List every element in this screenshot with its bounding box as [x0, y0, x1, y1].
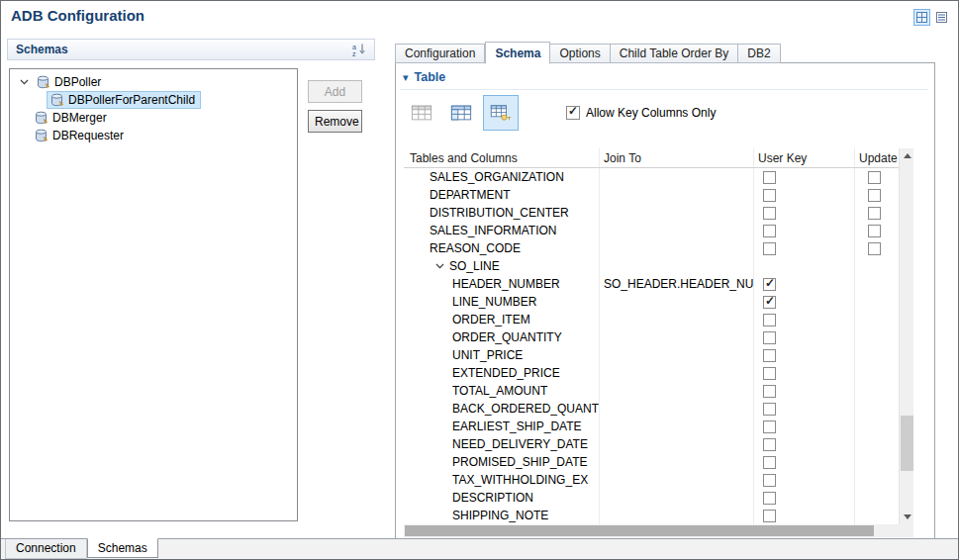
horizontal-scrollbar-thumb[interactable] [405, 525, 874, 536]
join-to-cell [600, 471, 754, 489]
table-row[interactable]: DISTRIBUTION_CENTER [404, 204, 899, 222]
table-row[interactable]: SALES_INFORMATION [404, 222, 899, 239]
tab-db2[interactable]: DB2 [738, 44, 780, 63]
join-to-cell [600, 507, 754, 524]
table-row[interactable]: DEPARTMENT [404, 186, 899, 204]
table-row[interactable]: LINE_NUMBER [404, 293, 899, 311]
tab-options[interactable]: Options [550, 44, 610, 63]
table-row[interactable]: EARLIEST_SHIP_DATE [404, 418, 899, 435]
join-to-cell [600, 489, 754, 507]
tree-item-content: DBMerger [32, 110, 112, 126]
chevron-down-icon[interactable] [20, 79, 29, 85]
user-key-checkbox[interactable] [763, 367, 776, 380]
table-row[interactable]: BACK_ORDERED_QUANT [404, 400, 899, 418]
table-row[interactable]: PROMISED_SHIP_DATE [404, 453, 899, 471]
scroll-up-arrow[interactable] [900, 148, 914, 163]
svg-text:a: a [352, 44, 356, 50]
user-key-cell [754, 257, 855, 275]
column-name-label: PROMISED_SHIP_DATE [452, 455, 587, 469]
key-columns-icon-button[interactable] [483, 95, 519, 131]
user-key-checkbox[interactable] [763, 456, 776, 469]
update-checkbox[interactable] [868, 225, 881, 237]
user-key-checkbox[interactable] [763, 420, 776, 433]
table-row[interactable]: DESCRIPTION [404, 489, 899, 507]
allow-key-columns-checkbox[interactable] [566, 106, 580, 120]
horizontal-scrollbar[interactable] [404, 524, 913, 537]
table-row[interactable]: UNIT_PRICE [404, 346, 899, 364]
update-checkbox[interactable] [868, 207, 881, 220]
tree-item-dbrequester[interactable]: DBRequester [10, 127, 297, 144]
user-key-checkbox[interactable] [763, 171, 776, 184]
tree-item-dbmerger[interactable]: DBMerger [10, 109, 297, 127]
update-cell [855, 400, 899, 418]
tab-schema[interactable]: Schema [485, 42, 550, 64]
table-row[interactable]: ORDER_QUANTITY [404, 328, 899, 346]
user-key-cell [754, 418, 855, 435]
grid-view-toggle-button[interactable] [913, 9, 930, 26]
update-cell [855, 257, 899, 275]
update-checkbox[interactable] [868, 242, 881, 255]
vertical-scrollbar[interactable] [899, 148, 913, 524]
update-cell [855, 382, 899, 400]
table-body: SALES_ORGANIZATIONDEPARTMENTDISTRIBUTION… [404, 168, 899, 524]
column-header-user-key: User Key [754, 148, 855, 167]
table-icon-button[interactable] [404, 95, 439, 131]
user-key-checkbox[interactable] [763, 189, 776, 202]
tables-and-columns-cell: REASON_CODE [404, 239, 600, 257]
bottom-tab-schemas[interactable]: Schemas [87, 538, 158, 558]
scroll-down-arrow[interactable] [900, 510, 914, 524]
tables-and-columns-cell: ORDER_ITEM [404, 311, 600, 328]
tree-item-label: DBRequester [52, 129, 124, 142]
section-collapse-icon[interactable]: ▾ [403, 71, 409, 84]
table-row[interactable]: REASON_CODE [404, 239, 899, 257]
chevron-down-icon[interactable] [435, 263, 444, 269]
list-view-toggle-button[interactable] [933, 9, 950, 26]
column-name-label: SO_LINE [449, 259, 500, 273]
user-key-checkbox[interactable] [763, 510, 776, 522]
tables-and-columns-cell: ORDER_QUANTITY [404, 328, 600, 346]
table-row[interactable]: SO_LINE [404, 257, 899, 275]
tables-and-columns-cell: SHIPPING_NOTE [404, 507, 600, 524]
user-key-checkbox[interactable] [763, 225, 776, 237]
update-checkbox[interactable] [868, 189, 881, 202]
table-row[interactable]: NEED_DELIVERY_DATE [404, 435, 899, 453]
user-key-checkbox[interactable] [763, 438, 776, 451]
table-row[interactable]: SALES_ORGANIZATION [404, 168, 899, 186]
user-key-checkbox[interactable] [763, 242, 776, 255]
tab-child-table-order-by[interactable]: Child Table Order By [611, 44, 739, 63]
vertical-scrollbar-thumb[interactable] [901, 416, 913, 471]
user-key-checkbox[interactable] [763, 278, 776, 291]
user-key-checkbox[interactable] [763, 207, 776, 220]
bottom-tab-connection[interactable]: Connection [5, 539, 87, 559]
user-key-checkbox[interactable] [763, 296, 776, 309]
user-key-checkbox[interactable] [763, 349, 776, 362]
column-name-label: UNIT_PRICE [452, 348, 523, 362]
table-row[interactable]: SHIPPING_NOTE [404, 507, 899, 524]
tab-configuration[interactable]: Configuration [395, 44, 485, 63]
tree-item-dbpoller[interactable]: DBPoller [10, 73, 297, 91]
table-row[interactable]: TOTAL_AMOUNT [404, 382, 899, 400]
allow-key-columns-group: Allow Key Columns Only [566, 106, 716, 120]
table-columns-icon-button[interactable] [443, 95, 479, 131]
tree-item-content: DBPoller [34, 74, 106, 90]
update-cell [855, 293, 899, 311]
user-key-checkbox[interactable] [763, 474, 776, 487]
tables-and-columns-cell: UNIT_PRICE [404, 346, 600, 364]
table-row[interactable]: EXTENDED_PRICE [404, 364, 899, 382]
add-button[interactable]: Add [308, 80, 362, 103]
table-row[interactable]: ORDER_ITEM [404, 311, 899, 328]
tables-and-columns-cell: BACK_ORDERED_QUANT [404, 400, 600, 418]
tree-item-dbpollerforparentchild[interactable]: DBPollerForParentChild [10, 91, 297, 109]
user-key-checkbox[interactable] [763, 385, 776, 398]
user-key-checkbox[interactable] [763, 492, 776, 505]
table-row[interactable]: HEADER_NUMBERSO_HEADER.HEADER_NU... [404, 275, 899, 293]
user-key-checkbox[interactable] [763, 331, 776, 344]
update-checkbox[interactable] [868, 171, 881, 184]
sort-a-z-icon[interactable]: a z [352, 43, 366, 56]
user-key-checkbox[interactable] [763, 403, 776, 416]
table-row[interactable]: TAX_WITHHOLDING_EX [404, 471, 899, 489]
join-to-cell [600, 186, 754, 204]
user-key-checkbox[interactable] [763, 314, 776, 327]
column-name-label: EARLIEST_SHIP_DATE [452, 420, 582, 433]
remove-button[interactable]: Remove [308, 110, 362, 133]
